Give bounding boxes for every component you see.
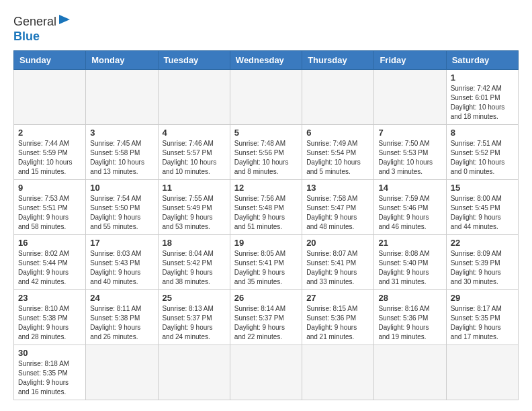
calendar-cell [446, 345, 518, 400]
calendar-cell [158, 70, 230, 125]
day-number: 26 [234, 293, 298, 303]
day-info: Sunrise: 7:46 AM Sunset: 5:57 PM Dayligh… [163, 139, 226, 177]
day-number: 3 [90, 128, 153, 138]
page-header: General Blue [13, 13, 519, 44]
calendar-cell: 25Sunrise: 8:13 AM Sunset: 5:37 PM Dayli… [158, 290, 230, 345]
day-info: Sunrise: 8:13 AM Sunset: 5:37 PM Dayligh… [163, 304, 226, 342]
calendar-cell: 10Sunrise: 7:54 AM Sunset: 5:50 PM Dayli… [86, 180, 158, 235]
week-row-3: 16Sunrise: 8:02 AM Sunset: 5:44 PM Dayli… [14, 235, 519, 290]
day-info: Sunrise: 8:02 AM Sunset: 5:44 PM Dayligh… [18, 249, 81, 287]
day-number: 16 [18, 238, 81, 248]
calendar-cell: 24Sunrise: 8:11 AM Sunset: 5:38 PM Dayli… [86, 290, 158, 345]
calendar-cell [230, 70, 302, 125]
day-info: Sunrise: 7:48 AM Sunset: 5:56 PM Dayligh… [234, 139, 298, 177]
day-number: 14 [378, 183, 441, 193]
day-info: Sunrise: 8:18 AM Sunset: 5:35 PM Dayligh… [18, 359, 81, 397]
day-number: 2 [18, 128, 81, 138]
calendar-cell: 13Sunrise: 7:58 AM Sunset: 5:47 PM Dayli… [302, 180, 374, 235]
calendar-cell: 16Sunrise: 8:02 AM Sunset: 5:44 PM Dayli… [14, 235, 86, 290]
day-number: 30 [18, 348, 81, 358]
day-number: 7 [378, 128, 441, 138]
day-info: Sunrise: 7:54 AM Sunset: 5:50 PM Dayligh… [90, 194, 153, 232]
logo: General Blue [13, 13, 70, 44]
calendar-cell: 19Sunrise: 8:05 AM Sunset: 5:41 PM Dayli… [230, 235, 302, 290]
calendar-cell: 23Sunrise: 8:10 AM Sunset: 5:38 PM Dayli… [14, 290, 86, 345]
logo-general: General [13, 13, 70, 30]
day-number: 4 [163, 128, 226, 138]
day-number: 6 [306, 128, 369, 138]
day-info: Sunrise: 8:08 AM Sunset: 5:40 PM Dayligh… [378, 249, 441, 287]
calendar-cell [374, 70, 446, 125]
calendar-cell: 4Sunrise: 7:46 AM Sunset: 5:57 PM Daylig… [158, 125, 230, 180]
calendar-cell: 27Sunrise: 8:15 AM Sunset: 5:36 PM Dayli… [302, 290, 374, 345]
calendar-cell [374, 345, 446, 400]
calendar-cell: 17Sunrise: 8:03 AM Sunset: 5:43 PM Dayli… [86, 235, 158, 290]
day-number: 24 [90, 293, 153, 303]
day-info: Sunrise: 8:05 AM Sunset: 5:41 PM Dayligh… [234, 249, 298, 287]
calendar-cell: 1Sunrise: 7:42 AM Sunset: 6:01 PM Daylig… [446, 70, 518, 125]
calendar-cell: 21Sunrise: 8:08 AM Sunset: 5:40 PM Dayli… [374, 235, 446, 290]
calendar-cell: 12Sunrise: 7:56 AM Sunset: 5:48 PM Dayli… [230, 180, 302, 235]
day-number: 18 [163, 238, 226, 248]
weekday-header-row: SundayMondayTuesdayWednesdayThursdayFrid… [14, 51, 519, 70]
day-info: Sunrise: 7:50 AM Sunset: 5:53 PM Dayligh… [378, 139, 441, 177]
day-info: Sunrise: 8:03 AM Sunset: 5:43 PM Dayligh… [90, 249, 153, 287]
day-info: Sunrise: 8:09 AM Sunset: 5:39 PM Dayligh… [451, 249, 514, 287]
day-number: 28 [378, 293, 441, 303]
day-info: Sunrise: 8:16 AM Sunset: 5:36 PM Dayligh… [378, 304, 441, 342]
calendar-cell: 15Sunrise: 8:00 AM Sunset: 5:45 PM Dayli… [446, 180, 518, 235]
calendar-cell: 29Sunrise: 8:17 AM Sunset: 5:35 PM Dayli… [446, 290, 518, 345]
week-row-4: 23Sunrise: 8:10 AM Sunset: 5:38 PM Dayli… [14, 290, 519, 345]
calendar-cell [86, 345, 158, 400]
day-number: 5 [234, 128, 298, 138]
day-info: Sunrise: 7:49 AM Sunset: 5:54 PM Dayligh… [306, 139, 369, 177]
logo-text-block: General Blue [13, 13, 70, 44]
day-info: Sunrise: 8:17 AM Sunset: 5:35 PM Dayligh… [451, 304, 514, 342]
calendar-cell [302, 70, 374, 125]
week-row-5: 30Sunrise: 8:18 AM Sunset: 5:35 PM Dayli… [14, 345, 519, 400]
weekday-header-saturday: Saturday [446, 51, 518, 70]
weekday-header-friday: Friday [374, 51, 446, 70]
day-number: 27 [306, 293, 369, 303]
calendar-cell [230, 345, 302, 400]
calendar-cell: 7Sunrise: 7:50 AM Sunset: 5:53 PM Daylig… [374, 125, 446, 180]
calendar-cell: 28Sunrise: 8:16 AM Sunset: 5:36 PM Dayli… [374, 290, 446, 345]
day-number: 11 [163, 183, 226, 193]
calendar-cell [158, 345, 230, 400]
day-info: Sunrise: 8:11 AM Sunset: 5:38 PM Dayligh… [90, 304, 153, 342]
day-number: 1 [451, 73, 514, 83]
day-info: Sunrise: 7:45 AM Sunset: 5:58 PM Dayligh… [90, 139, 153, 177]
day-info: Sunrise: 7:56 AM Sunset: 5:48 PM Dayligh… [234, 194, 298, 232]
calendar-cell: 30Sunrise: 8:18 AM Sunset: 5:35 PM Dayli… [14, 345, 86, 400]
calendar-cell: 14Sunrise: 7:59 AM Sunset: 5:46 PM Dayli… [374, 180, 446, 235]
calendar-cell: 22Sunrise: 8:09 AM Sunset: 5:39 PM Dayli… [446, 235, 518, 290]
day-number: 23 [18, 293, 81, 303]
day-number: 19 [234, 238, 298, 248]
day-number: 12 [234, 183, 298, 193]
calendar-cell: 8Sunrise: 7:51 AM Sunset: 5:52 PM Daylig… [446, 125, 518, 180]
day-info: Sunrise: 7:58 AM Sunset: 5:47 PM Dayligh… [306, 194, 369, 232]
day-info: Sunrise: 8:14 AM Sunset: 5:37 PM Dayligh… [234, 304, 298, 342]
day-info: Sunrise: 7:44 AM Sunset: 5:59 PM Dayligh… [18, 139, 81, 177]
day-info: Sunrise: 7:55 AM Sunset: 5:49 PM Dayligh… [163, 194, 226, 232]
weekday-header-wednesday: Wednesday [230, 51, 302, 70]
calendar-cell [86, 70, 158, 125]
calendar-cell: 18Sunrise: 8:04 AM Sunset: 5:42 PM Dayli… [158, 235, 230, 290]
calendar-cell: 9Sunrise: 7:53 AM Sunset: 5:51 PM Daylig… [14, 180, 86, 235]
day-info: Sunrise: 7:42 AM Sunset: 6:01 PM Dayligh… [451, 84, 514, 122]
day-info: Sunrise: 7:51 AM Sunset: 5:52 PM Dayligh… [451, 139, 514, 177]
logo-blue: Blue [13, 30, 40, 44]
day-info: Sunrise: 8:00 AM Sunset: 5:45 PM Dayligh… [451, 194, 514, 232]
day-info: Sunrise: 7:53 AM Sunset: 5:51 PM Dayligh… [18, 194, 81, 232]
day-number: 17 [90, 238, 153, 248]
calendar-cell: 6Sunrise: 7:49 AM Sunset: 5:54 PM Daylig… [302, 125, 374, 180]
day-number: 15 [451, 183, 514, 193]
day-info: Sunrise: 8:15 AM Sunset: 5:36 PM Dayligh… [306, 304, 369, 342]
week-row-2: 9Sunrise: 7:53 AM Sunset: 5:51 PM Daylig… [14, 180, 519, 235]
day-number: 8 [451, 128, 514, 138]
calendar-cell: 11Sunrise: 7:55 AM Sunset: 5:49 PM Dayli… [158, 180, 230, 235]
calendar-table: SundayMondayTuesdayWednesdayThursdayFrid… [13, 50, 519, 400]
weekday-header-monday: Monday [86, 51, 158, 70]
day-number: 22 [451, 238, 514, 248]
week-row-0: 1Sunrise: 7:42 AM Sunset: 6:01 PM Daylig… [14, 70, 519, 125]
